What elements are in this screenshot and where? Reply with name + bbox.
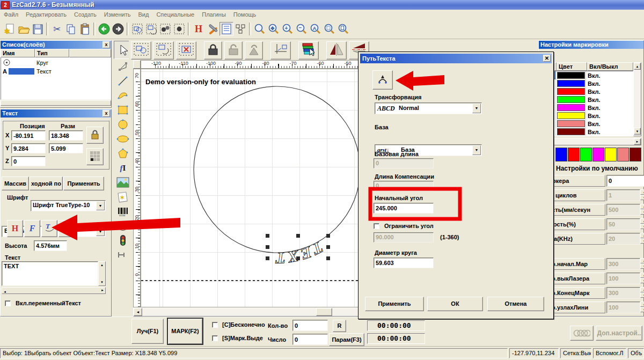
scroll-right-icon[interactable]: ► [634,138,641,145]
pen-color-cell[interactable] [556,120,586,128]
param-button[interactable]: Парам(F3) [329,333,364,346]
pen-state-cell[interactable]: Вкл. [586,105,633,111]
text-tool-button[interactable]: fI [114,161,131,175]
layer-row-text[interactable]: A Текст [1,67,111,76]
start-angle-field[interactable] [374,203,434,214]
scroll-left-icon[interactable]: ◄ [134,308,142,316]
height-field[interactable] [34,240,67,251]
mirror-horizontal-button[interactable] [326,41,347,60]
dialog-apply-button[interactable]: Применить [365,297,424,311]
polygon-tool-button[interactable] [114,146,131,160]
pen-state-cell[interactable]: Вкл. [586,97,633,103]
marking-table[interactable]: Вкл.Вкл.Вкл.Вкл.Вкл.Вкл.Вкл.Вкл. [542,71,633,136]
circle-tool-button[interactable] [114,117,131,131]
node-tool-4[interactable] [172,22,186,36]
palette-swatch[interactable] [555,148,567,161]
close-icon[interactable]: ✕ [543,55,551,62]
marking-vscrollbar[interactable]: ▲ ▼ [633,62,641,136]
mark-button[interactable]: МАРК(F2) [167,318,203,345]
output-port-tool-button[interactable] [114,233,131,247]
anchor-grid-button[interactable] [86,148,104,165]
save-button[interactable] [31,22,45,36]
font-type-combo[interactable]: Шрифт TrueType-10 ▼ [31,200,106,211]
pen-color-cell[interactable] [556,79,586,87]
r-button[interactable]: R [333,320,346,332]
chevron-down-icon[interactable]: ▼ [96,201,105,210]
col-state[interactable]: Вкл/Выкл [587,62,633,71]
layer-row-circle[interactable]: Круг [1,57,111,67]
variable-text-checkbox[interactable]: Вкл.переменныйТекст [5,300,81,306]
rings-button[interactable] [570,326,594,341]
y-position-field[interactable] [11,143,46,153]
layers-col-type[interactable]: Тип [35,49,69,57]
zoom-window-button[interactable] [253,22,267,36]
text-hscrollbar[interactable]: ◄ ► [2,287,106,294]
pen-state-cell[interactable]: Вкл. [586,113,633,119]
close-icon[interactable]: x [103,41,110,48]
marking-table-row[interactable]: Вкл. [543,112,633,120]
barcode-tool-button[interactable]: 01234 [114,204,131,218]
zoom-pan-button[interactable]: ✥ [267,22,281,36]
menu-item-Редактировать[interactable]: Редактировать [22,10,70,19]
pen-state-cell[interactable]: Вкл. [586,80,633,87]
default-param-value[interactable]: 0 [606,175,644,187]
palette-swatch[interactable] [605,148,617,161]
move-to-origin-button[interactable] [270,41,291,60]
transform-combo[interactable]: ABCD Normal ▼ [375,102,482,114]
copy-button[interactable] [64,22,78,36]
menu-item-Файл[interactable]: Файл [0,10,22,19]
pen-color-cell[interactable] [556,71,586,79]
text-extra-button[interactable] [58,220,75,237]
bitmap-tool-button[interactable] [114,175,131,189]
redo-button[interactable] [111,22,125,36]
array-button[interactable]: Массив [2,177,29,190]
count-field[interactable] [292,320,328,331]
line-tool-button[interactable] [114,74,131,88]
marking-table-row[interactable]: Вкл. [543,87,633,95]
spinner-control[interactable]: ▲▼ [640,204,644,215]
spinner-control[interactable]: ▲▼ [640,218,644,229]
spinner-control[interactable]: ▲▼ [640,233,644,244]
menu-item-Плагины[interactable]: Плагины [198,10,230,19]
zoom-page-button[interactable] [336,22,350,36]
chevron-down-icon[interactable]: ▼ [96,227,105,236]
pen-color-cell[interactable] [556,128,586,136]
menu-item-Помощь[interactable]: Помощь [230,10,260,19]
hatch-button[interactable]: H [192,22,206,36]
mark-selected-checkbox[interactable]: [S]Марк.Выде [212,335,266,341]
pick-color-button[interactable] [298,41,319,60]
unlock-button[interactable] [224,41,243,60]
tools-button[interactable] [206,22,219,36]
chevron-down-icon[interactable]: ▼ [472,104,481,113]
pen-state-cell[interactable]: Вкл. [586,129,633,135]
layers-col-extra[interactable] [69,49,111,57]
layers-hscrollbar[interactable] [1,100,111,106]
menu-item-Изменить[interactable]: Изменить [100,10,135,19]
limit-angle-checkbox[interactable]: Ограничить угол [374,223,434,229]
pen-state-cell[interactable]: Вкл. [586,121,633,127]
text-vscrollbar[interactable]: ▲ ▼ [98,261,106,286]
scroll-down-icon[interactable]: ▼ [634,128,641,135]
pen-color-cell[interactable] [556,104,586,112]
path-fit-button[interactable] [372,70,393,90]
marking-table-row[interactable]: Вкл. [543,104,633,112]
marking-table-row[interactable]: Вкл. [543,128,633,136]
node-tool-2[interactable] [144,22,158,36]
palette-swatch[interactable] [630,148,641,161]
beam-button[interactable]: Луч(F1) [131,319,164,344]
spinner-control[interactable]: ▲▼ [640,273,644,283]
palette-swatch[interactable] [568,148,580,161]
zoom-out-button[interactable]: − [295,22,309,36]
unlock-all-button[interactable] [245,41,263,60]
dialog-title-bar[interactable]: ПутьТекста ✕ [360,54,552,63]
curve-tool-button[interactable] [114,89,131,102]
object-props-button[interactable] [233,22,247,36]
palette-swatch[interactable] [592,148,604,161]
spinner-control[interactable]: ▲▼ [640,189,644,200]
menu-item-Специальные[interactable]: Специальные [152,10,198,19]
scrollbar-thumb[interactable] [316,308,332,316]
number-field[interactable] [292,334,328,345]
x-size-field[interactable] [49,130,83,141]
spinner-control[interactable]: ▲▼ [640,258,644,269]
new-file-button[interactable]: ✱ [3,22,17,36]
